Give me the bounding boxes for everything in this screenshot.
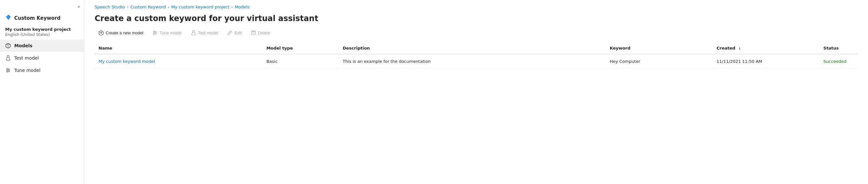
row-name-cell: My custom keyword model xyxy=(95,54,262,69)
models-table-container: Name Model type Description Keyword Crea… xyxy=(84,42,868,184)
sidebar-item-models-label: Models xyxy=(14,43,32,48)
sidebar-project-locale: English (United States) xyxy=(0,32,84,39)
test-model-label: Test model xyxy=(198,30,218,35)
edit-button[interactable]: Edit xyxy=(223,28,245,37)
toolbar: Create a new model Tune model xyxy=(84,28,868,42)
column-name[interactable]: Name xyxy=(95,42,262,54)
row-keyword: Hey Computer xyxy=(610,59,640,64)
edit-label: Edit xyxy=(234,30,242,35)
delete-button[interactable]: Delete xyxy=(247,28,274,37)
svg-point-5 xyxy=(8,70,9,71)
sidebar-collapse-button[interactable]: « xyxy=(0,3,84,12)
main-content: Speech Studio › Custom Keyword › My cust… xyxy=(84,0,868,184)
status-badge: Succeeded xyxy=(823,59,846,64)
breadcrumb-models[interactable]: Models xyxy=(235,4,250,9)
breadcrumb-sep-3: › xyxy=(231,5,233,9)
sidebar-app-title-section: Custom Keyword xyxy=(0,12,84,23)
svg-rect-16 xyxy=(251,31,255,35)
row-created: 11/11/2021 11:50 AM xyxy=(717,59,762,64)
tune-model-icon xyxy=(5,67,11,73)
sidebar-item-tune-model[interactable]: Tune model xyxy=(0,64,84,76)
column-created[interactable]: Created ↓ xyxy=(713,42,820,54)
table-row: My custom keyword model Basic This is an… xyxy=(95,54,858,69)
row-created-cell: 11/11/2021 11:50 AM xyxy=(713,54,820,69)
sidebar-item-test-model[interactable]: Test model xyxy=(0,52,84,64)
create-model-icon xyxy=(98,30,104,35)
row-status-cell: Succeeded xyxy=(819,54,858,69)
sidebar-item-models[interactable]: Models xyxy=(0,39,84,52)
test-model-button[interactable]: Test model xyxy=(187,28,222,37)
svg-point-12 xyxy=(154,31,155,32)
tune-model-label: Tune model xyxy=(159,30,182,35)
svg-point-4 xyxy=(7,68,8,70)
sidebar-item-test-model-label: Test model xyxy=(14,55,39,61)
sort-desc-icon: ↓ xyxy=(738,46,741,51)
table-header-row: Name Model type Description Keyword Crea… xyxy=(95,42,858,54)
tune-model-button[interactable]: Tune model xyxy=(149,28,185,37)
column-keyword[interactable]: Keyword xyxy=(606,42,713,54)
sidebar-project-name: My custom keyword project xyxy=(0,23,84,32)
app-icon xyxy=(5,14,12,22)
page-title: Create a custom keyword for your virtual… xyxy=(84,12,868,28)
test-model-icon xyxy=(5,55,11,61)
column-model-type[interactable]: Model type xyxy=(262,42,339,54)
create-new-model-button[interactable]: Create a new model xyxy=(95,28,147,37)
svg-point-6 xyxy=(6,71,8,72)
row-description: This is an example for the documentation xyxy=(343,59,431,64)
tune-model-toolbar-icon xyxy=(152,30,157,35)
models-table: Name Model type Description Keyword Crea… xyxy=(95,42,858,69)
row-model-type: Basic xyxy=(267,59,277,64)
test-model-toolbar-icon xyxy=(191,30,196,35)
sidebar-app-title: Custom Keyword xyxy=(14,15,61,21)
breadcrumb-speech-studio[interactable]: Speech Studio xyxy=(95,4,125,9)
row-model-type-cell: Basic xyxy=(262,54,339,69)
models-icon xyxy=(5,43,11,49)
breadcrumb-sep-2: › xyxy=(168,5,169,9)
delete-icon xyxy=(251,30,256,35)
collapse-icon: « xyxy=(77,4,80,9)
model-name-link[interactable]: My custom keyword model xyxy=(98,59,155,64)
breadcrumb-sep-1: › xyxy=(127,5,128,9)
column-description[interactable]: Description xyxy=(339,42,606,54)
svg-point-14 xyxy=(154,33,155,35)
sidebar: « Custom Keyword My custom keyword proje… xyxy=(0,0,84,184)
create-new-model-label: Create a new model xyxy=(106,30,143,35)
sidebar-item-tune-model-label: Tune model xyxy=(14,68,40,73)
row-description-cell: This is an example for the documentation xyxy=(339,54,606,69)
breadcrumb: Speech Studio › Custom Keyword › My cust… xyxy=(84,0,868,12)
delete-label: Delete xyxy=(258,30,270,35)
breadcrumb-custom-keyword[interactable]: Custom Keyword xyxy=(130,4,166,9)
svg-point-13 xyxy=(155,32,157,33)
row-keyword-cell: Hey Computer xyxy=(606,54,713,69)
column-status[interactable]: Status xyxy=(819,42,858,54)
breadcrumb-project[interactable]: My custom keyword project xyxy=(172,4,229,9)
edit-icon xyxy=(227,30,232,35)
